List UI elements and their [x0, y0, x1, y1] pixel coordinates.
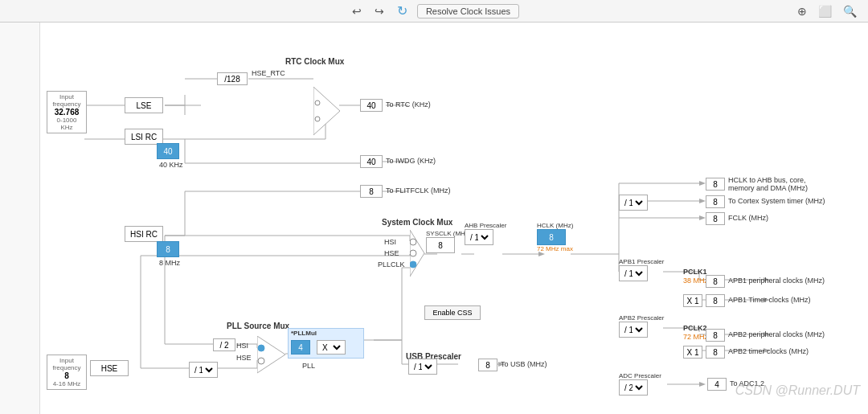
frame-button[interactable]: ⬜	[815, 3, 835, 19]
apb2-div-select[interactable]: / 1	[621, 325, 645, 335]
input-freq-val-2: 8	[51, 371, 83, 380]
hsi-val: 8	[166, 245, 170, 254]
pllmul-area: *PLLMul 4 X 2	[288, 328, 364, 359]
enable-css-button[interactable]: Enable CSS	[424, 305, 481, 320]
zoom-in-button[interactable]: ⊕	[794, 3, 810, 19]
cortex-text: 8	[713, 198, 718, 207]
pll-source-mux-label: PLL Source Mux	[227, 322, 289, 330]
left-panel	[0, 23, 40, 414]
watermark: CSDN @Runner.DUT	[735, 383, 860, 398]
hclk-ahb-text: 8	[713, 180, 718, 189]
usb-div-dropdown[interactable]: / 1	[408, 359, 437, 375]
apb2-prescaler-container: APB2 Prescaler / 1	[619, 314, 664, 338]
svg-marker-40	[699, 199, 706, 203]
hsi-mux-label: HSI	[384, 238, 396, 246]
toolbar: ↩ ↪ ↻ Resolve Clock Issues ⊕ ⬜ 🔍	[0, 0, 868, 23]
adc-label: ADC Prescaler	[619, 372, 661, 379]
pllclk-mux-label: PLLCLK	[378, 260, 405, 268]
x2-dropdown[interactable]: X 2	[317, 340, 346, 355]
apb2-div-dropdown[interactable]: / 1	[619, 322, 648, 338]
div128-label: /128	[224, 75, 240, 84]
rtc-val: 40	[366, 101, 375, 110]
svg-point-85	[258, 345, 264, 351]
redo-button[interactable]: ↪	[371, 3, 387, 19]
cortex-div-dropdown[interactable]: / 1	[619, 195, 648, 211]
zoom-out-button[interactable]: 🔍	[840, 3, 860, 19]
apb2-x1: X 1	[686, 348, 698, 357]
iwdg-val: 40	[360, 155, 383, 168]
cortex-val: 8	[706, 195, 725, 208]
ahb-prescaler-container: AHB Prescaler / 1	[465, 222, 506, 245]
adc-div-select[interactable]: / 2	[621, 383, 645, 393]
apb1-peri-val: 8	[706, 275, 725, 288]
hclk-max: 72 MHz max	[537, 245, 573, 252]
apb1-label: APB1 Prescaler	[619, 258, 664, 265]
hse-rtc-label: HSE_RTC	[252, 69, 285, 77]
hsi-rc-label: HSI RC	[130, 230, 158, 239]
pllmul-val: 4	[298, 343, 303, 352]
div128-box: /128	[217, 72, 248, 85]
rtc-mux-svg	[313, 87, 342, 137]
input-freq-label-1: Input frequency	[51, 93, 83, 108]
apb2-timer-val: 8	[706, 346, 725, 359]
apb1-x1: X 1	[686, 297, 698, 305]
lse-label: LSE	[137, 101, 152, 110]
input-freq-label-2: Input frequency	[51, 357, 83, 371]
hclk-ahb-label2: memory and DMA (MHz)	[728, 184, 808, 192]
flitf-val-text: 8	[369, 187, 374, 196]
hse-mux-label: HSE	[384, 249, 399, 257]
refresh-button[interactable]: ↻	[394, 2, 411, 20]
diagram-area[interactable]: Input frequency 32.768 0-1000 KHz LSE LS…	[40, 23, 868, 414]
flitf-val: 8	[360, 185, 383, 198]
iwdg-val-text: 40	[366, 158, 375, 166]
lsi-rc-unit: 40 KHz	[159, 161, 183, 169]
rtc-clock-mux-label: RTC Clock Mux	[285, 57, 344, 66]
input-freq-range-2: 4-16 MHz	[51, 380, 83, 387]
hclk-ahb-label: HCLK to AHB bus, core,	[728, 176, 806, 184]
adc-val-text: 4	[714, 380, 719, 389]
apb1-div-select[interactable]: / 1	[621, 268, 645, 279]
lsi-rc-label: LSI RC	[125, 129, 163, 145]
apb1-prescaler-container: APB1 Prescaler / 1	[619, 258, 664, 281]
adc-div-dropdown[interactable]: / 2	[619, 379, 648, 396]
div2-label: / 2	[219, 341, 228, 350]
ahb-div-dropdown[interactable]: / 1	[465, 229, 493, 245]
svg-marker-84	[257, 336, 285, 373]
apb2-x1-box: X 1	[683, 346, 702, 359]
svg-marker-60	[699, 382, 706, 387]
svg-marker-80	[410, 230, 424, 277]
hclk-label: HCLK (MHz)	[537, 222, 573, 229]
svg-marker-38	[699, 181, 706, 186]
main-area: Input frequency 32.768 0-1000 KHz LSE LS…	[0, 23, 868, 414]
fclk-text: 8	[713, 215, 718, 223]
usb-div-select[interactable]: / 1	[411, 362, 435, 372]
pll-hsi-label: HSI	[236, 342, 248, 350]
div1-hse-dropdown[interactable]: / 1	[189, 362, 218, 378]
system-clock-mux-label: System Clock Mux	[382, 218, 452, 227]
undo-button[interactable]: ↩	[349, 3, 365, 19]
apb1-div-dropdown[interactable]: / 1	[619, 265, 648, 281]
hse-block: HSE	[90, 360, 129, 376]
rtc-out-val: 40	[360, 99, 383, 112]
apb1-peri-text: 8	[713, 277, 718, 286]
resolve-clock-button[interactable]: Resolve Clock Issues	[417, 4, 519, 18]
div2-box: / 2	[213, 338, 235, 351]
x2-select[interactable]: X 2	[319, 342, 343, 353]
ahb-div-select[interactable]: / 1	[467, 232, 491, 243]
div1-hse-select[interactable]: / 1	[191, 365, 215, 375]
apb1-x1-box: X 1	[683, 294, 702, 307]
svg-marker-77	[313, 87, 340, 135]
lsi-rc-value: 40	[157, 143, 179, 159]
adc-val: 4	[707, 378, 727, 391]
hse-text: HSE	[101, 364, 118, 373]
ahb-prescaler-label: AHB Prescaler	[465, 222, 506, 229]
hsi-rc-value: 8	[157, 241, 179, 257]
adc-prescaler-container: ADC Prescaler / 2	[619, 372, 661, 396]
hclk-ahb-val: 8	[706, 178, 725, 191]
cortex-div-select[interactable]: / 1	[621, 198, 645, 208]
usb-out-val: 8	[478, 359, 497, 371]
enable-css-label: Enable CSS	[432, 309, 472, 317]
lsi-rc-text: LSI RC	[131, 133, 157, 141]
apb2-label: APB2 Prescaler	[619, 314, 664, 322]
apb2-timer-label: APB2 timer clocks (MHz)	[728, 347, 809, 355]
